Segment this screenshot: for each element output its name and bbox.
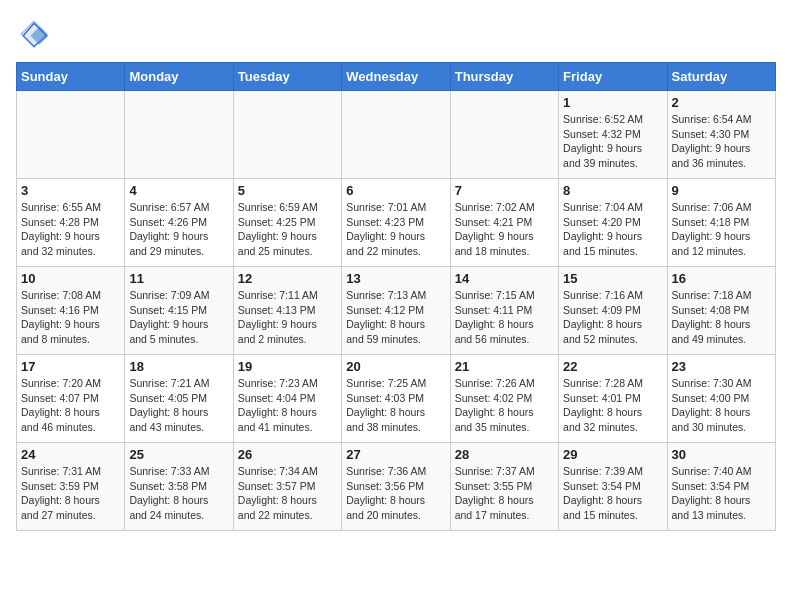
calendar-cell: 9Sunrise: 7:06 AM Sunset: 4:18 PM Daylig…: [667, 179, 775, 267]
header-day-friday: Friday: [559, 63, 667, 91]
day-info: Sunrise: 7:09 AM Sunset: 4:15 PM Dayligh…: [129, 288, 228, 347]
calendar-body: 1Sunrise: 6:52 AM Sunset: 4:32 PM Daylig…: [17, 91, 776, 531]
day-info: Sunrise: 7:39 AM Sunset: 3:54 PM Dayligh…: [563, 464, 662, 523]
day-info: Sunrise: 7:06 AM Sunset: 4:18 PM Dayligh…: [672, 200, 771, 259]
day-number: 20: [346, 359, 445, 374]
day-info: Sunrise: 7:04 AM Sunset: 4:20 PM Dayligh…: [563, 200, 662, 259]
calendar-cell: 11Sunrise: 7:09 AM Sunset: 4:15 PM Dayli…: [125, 267, 233, 355]
day-number: 25: [129, 447, 228, 462]
day-number: 30: [672, 447, 771, 462]
header-day-wednesday: Wednesday: [342, 63, 450, 91]
day-number: 15: [563, 271, 662, 286]
day-number: 12: [238, 271, 337, 286]
day-number: 4: [129, 183, 228, 198]
day-info: Sunrise: 7:28 AM Sunset: 4:01 PM Dayligh…: [563, 376, 662, 435]
day-number: 8: [563, 183, 662, 198]
day-info: Sunrise: 7:40 AM Sunset: 3:54 PM Dayligh…: [672, 464, 771, 523]
day-number: 5: [238, 183, 337, 198]
day-info: Sunrise: 7:11 AM Sunset: 4:13 PM Dayligh…: [238, 288, 337, 347]
day-info: Sunrise: 7:21 AM Sunset: 4:05 PM Dayligh…: [129, 376, 228, 435]
calendar-cell: [125, 91, 233, 179]
day-info: Sunrise: 6:59 AM Sunset: 4:25 PM Dayligh…: [238, 200, 337, 259]
day-info: Sunrise: 7:20 AM Sunset: 4:07 PM Dayligh…: [21, 376, 120, 435]
calendar-cell: 15Sunrise: 7:16 AM Sunset: 4:09 PM Dayli…: [559, 267, 667, 355]
day-number: 9: [672, 183, 771, 198]
day-info: Sunrise: 7:01 AM Sunset: 4:23 PM Dayligh…: [346, 200, 445, 259]
calendar-cell: 22Sunrise: 7:28 AM Sunset: 4:01 PM Dayli…: [559, 355, 667, 443]
week-row-1: 1Sunrise: 6:52 AM Sunset: 4:32 PM Daylig…: [17, 91, 776, 179]
header-day-sunday: Sunday: [17, 63, 125, 91]
calendar-cell: [450, 91, 558, 179]
day-number: 7: [455, 183, 554, 198]
day-info: Sunrise: 6:52 AM Sunset: 4:32 PM Dayligh…: [563, 112, 662, 171]
calendar-cell: 27Sunrise: 7:36 AM Sunset: 3:56 PM Dayli…: [342, 443, 450, 531]
calendar-cell: 6Sunrise: 7:01 AM Sunset: 4:23 PM Daylig…: [342, 179, 450, 267]
day-info: Sunrise: 7:26 AM Sunset: 4:02 PM Dayligh…: [455, 376, 554, 435]
day-info: Sunrise: 7:36 AM Sunset: 3:56 PM Dayligh…: [346, 464, 445, 523]
calendar-cell: 20Sunrise: 7:25 AM Sunset: 4:03 PM Dayli…: [342, 355, 450, 443]
day-info: Sunrise: 7:25 AM Sunset: 4:03 PM Dayligh…: [346, 376, 445, 435]
calendar-cell: 18Sunrise: 7:21 AM Sunset: 4:05 PM Dayli…: [125, 355, 233, 443]
day-number: 24: [21, 447, 120, 462]
calendar-cell: 16Sunrise: 7:18 AM Sunset: 4:08 PM Dayli…: [667, 267, 775, 355]
day-number: 17: [21, 359, 120, 374]
day-number: 21: [455, 359, 554, 374]
calendar-cell: 13Sunrise: 7:13 AM Sunset: 4:12 PM Dayli…: [342, 267, 450, 355]
calendar-cell: 30Sunrise: 7:40 AM Sunset: 3:54 PM Dayli…: [667, 443, 775, 531]
calendar-cell: 8Sunrise: 7:04 AM Sunset: 4:20 PM Daylig…: [559, 179, 667, 267]
calendar-cell: 4Sunrise: 6:57 AM Sunset: 4:26 PM Daylig…: [125, 179, 233, 267]
day-number: 18: [129, 359, 228, 374]
day-info: Sunrise: 7:31 AM Sunset: 3:59 PM Dayligh…: [21, 464, 120, 523]
day-info: Sunrise: 7:30 AM Sunset: 4:00 PM Dayligh…: [672, 376, 771, 435]
day-number: 28: [455, 447, 554, 462]
day-info: Sunrise: 7:13 AM Sunset: 4:12 PM Dayligh…: [346, 288, 445, 347]
day-info: Sunrise: 6:57 AM Sunset: 4:26 PM Dayligh…: [129, 200, 228, 259]
day-number: 2: [672, 95, 771, 110]
logo: [16, 16, 58, 52]
calendar-cell: 2Sunrise: 6:54 AM Sunset: 4:30 PM Daylig…: [667, 91, 775, 179]
calendar-cell: 17Sunrise: 7:20 AM Sunset: 4:07 PM Dayli…: [17, 355, 125, 443]
calendar-cell: [17, 91, 125, 179]
calendar-cell: 5Sunrise: 6:59 AM Sunset: 4:25 PM Daylig…: [233, 179, 341, 267]
calendar-cell: 14Sunrise: 7:15 AM Sunset: 4:11 PM Dayli…: [450, 267, 558, 355]
day-number: 19: [238, 359, 337, 374]
day-number: 13: [346, 271, 445, 286]
calendar-cell: 25Sunrise: 7:33 AM Sunset: 3:58 PM Dayli…: [125, 443, 233, 531]
day-number: 11: [129, 271, 228, 286]
calendar-cell: 19Sunrise: 7:23 AM Sunset: 4:04 PM Dayli…: [233, 355, 341, 443]
calendar-cell: 23Sunrise: 7:30 AM Sunset: 4:00 PM Dayli…: [667, 355, 775, 443]
calendar-cell: 21Sunrise: 7:26 AM Sunset: 4:02 PM Dayli…: [450, 355, 558, 443]
header-row: SundayMondayTuesdayWednesdayThursdayFrid…: [17, 63, 776, 91]
calendar-cell: [342, 91, 450, 179]
week-row-4: 17Sunrise: 7:20 AM Sunset: 4:07 PM Dayli…: [17, 355, 776, 443]
calendar-cell: 7Sunrise: 7:02 AM Sunset: 4:21 PM Daylig…: [450, 179, 558, 267]
day-info: Sunrise: 7:02 AM Sunset: 4:21 PM Dayligh…: [455, 200, 554, 259]
day-info: Sunrise: 7:33 AM Sunset: 3:58 PM Dayligh…: [129, 464, 228, 523]
day-info: Sunrise: 7:18 AM Sunset: 4:08 PM Dayligh…: [672, 288, 771, 347]
day-number: 16: [672, 271, 771, 286]
day-info: Sunrise: 7:34 AM Sunset: 3:57 PM Dayligh…: [238, 464, 337, 523]
calendar-table: SundayMondayTuesdayWednesdayThursdayFrid…: [16, 62, 776, 531]
day-info: Sunrise: 6:54 AM Sunset: 4:30 PM Dayligh…: [672, 112, 771, 171]
day-number: 22: [563, 359, 662, 374]
page-header: [16, 16, 776, 52]
header-day-thursday: Thursday: [450, 63, 558, 91]
logo-icon: [16, 16, 52, 52]
day-info: Sunrise: 7:23 AM Sunset: 4:04 PM Dayligh…: [238, 376, 337, 435]
calendar-cell: [233, 91, 341, 179]
day-number: 23: [672, 359, 771, 374]
day-number: 29: [563, 447, 662, 462]
week-row-2: 3Sunrise: 6:55 AM Sunset: 4:28 PM Daylig…: [17, 179, 776, 267]
day-number: 1: [563, 95, 662, 110]
day-info: Sunrise: 7:15 AM Sunset: 4:11 PM Dayligh…: [455, 288, 554, 347]
day-number: 14: [455, 271, 554, 286]
header-day-tuesday: Tuesday: [233, 63, 341, 91]
calendar-cell: 26Sunrise: 7:34 AM Sunset: 3:57 PM Dayli…: [233, 443, 341, 531]
week-row-5: 24Sunrise: 7:31 AM Sunset: 3:59 PM Dayli…: [17, 443, 776, 531]
day-number: 27: [346, 447, 445, 462]
day-number: 26: [238, 447, 337, 462]
day-number: 10: [21, 271, 120, 286]
day-info: Sunrise: 7:08 AM Sunset: 4:16 PM Dayligh…: [21, 288, 120, 347]
calendar-cell: 24Sunrise: 7:31 AM Sunset: 3:59 PM Dayli…: [17, 443, 125, 531]
header-day-monday: Monday: [125, 63, 233, 91]
